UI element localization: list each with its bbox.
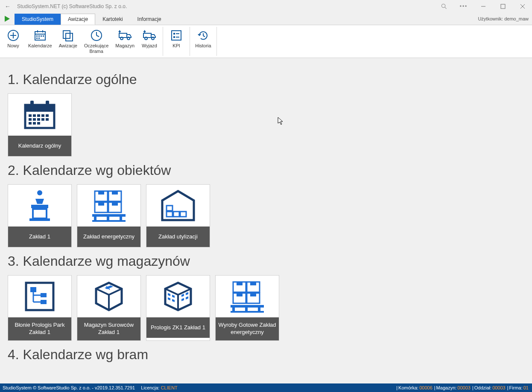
svg-rect-78 xyxy=(41,293,47,297)
search-icon[interactable] xyxy=(438,0,450,12)
svg-rect-79 xyxy=(41,300,47,304)
warehouse-icon xyxy=(146,185,210,226)
section-title: 3. Kalendarze wg magazynów xyxy=(8,253,524,269)
tile-label: Zakład utylizacji xyxy=(146,226,210,247)
window-title: StudioSystem.NET (c) SoftwareStudio Sp. … xyxy=(17,3,438,9)
user-info: Użytkownik: demo_maw xyxy=(478,16,529,21)
svg-rect-31 xyxy=(172,31,181,40)
menu-tab-informacje[interactable]: Informacje xyxy=(130,14,169,25)
svg-rect-28 xyxy=(143,33,151,38)
svg-rect-58 xyxy=(29,218,50,221)
pallet-icon xyxy=(77,185,140,226)
svg-rect-14 xyxy=(36,35,38,37)
statusbar: StudioSystem © SoftwareStudio Sp. z o.o.… xyxy=(0,383,532,392)
svg-rect-16 xyxy=(41,35,42,37)
svg-rect-56 xyxy=(31,205,48,208)
podium-icon xyxy=(8,185,71,226)
svg-rect-32 xyxy=(173,33,175,35)
svg-marker-6 xyxy=(5,16,10,22)
ribbon-btn-awizacje[interactable]: Awizacje xyxy=(56,27,81,56)
svg-rect-105 xyxy=(258,308,260,311)
tile[interactable]: Zakład energetyczny xyxy=(77,184,141,247)
maximize-button[interactable] xyxy=(497,0,509,12)
box3d-icon xyxy=(77,276,140,317)
status-cell-label: Magazyn: xyxy=(436,385,457,390)
ribbon-btn-kalendarze[interactable]: Kalendarze xyxy=(25,27,56,56)
ribbon-btn-wyjazd[interactable]: Wyjazd xyxy=(138,27,161,56)
svg-rect-25 xyxy=(119,33,127,38)
ribbon-label: KPI xyxy=(172,43,180,49)
ribbon-label: Magazyn xyxy=(115,43,134,49)
svg-rect-97 xyxy=(250,282,256,285)
svg-rect-96 xyxy=(237,282,243,285)
svg-rect-50 xyxy=(41,118,44,121)
tile[interactable]: Zakład utylizacji xyxy=(146,184,210,247)
main-content: 1. Kalendarze ogólneKalendarz ogólny2. K… xyxy=(0,58,532,383)
svg-rect-89 xyxy=(172,299,175,302)
ribbon-label: Wyjazd xyxy=(142,43,157,49)
ribbon-label: Historia xyxy=(195,43,211,49)
svg-rect-40 xyxy=(30,101,34,107)
svg-point-55 xyxy=(37,190,42,195)
svg-rect-39 xyxy=(25,105,54,112)
ribbon-label: Nowy xyxy=(7,43,19,49)
kpi-icon xyxy=(170,29,183,42)
tile[interactable]: Błonie Prologis Park Zakład 1 xyxy=(8,275,72,341)
back-button[interactable]: ← xyxy=(3,3,12,10)
tile[interactable]: Zakład 1 xyxy=(8,184,72,247)
status-cell-label: Oddział: xyxy=(474,385,491,390)
ribbon-btn-historia[interactable]: Historia xyxy=(192,27,215,56)
svg-rect-65 xyxy=(98,202,104,206)
ribbon-btn-kpi[interactable]: KPI xyxy=(165,27,188,56)
svg-line-24 xyxy=(96,35,99,37)
menu-tab-kartoteki[interactable]: Kartoteki xyxy=(95,14,130,25)
ribbon-btn-magazyn[interactable]: Magazyn xyxy=(112,27,138,56)
menu-tab-awizacje[interactable]: Awizacje xyxy=(61,14,95,25)
svg-rect-15 xyxy=(38,35,40,37)
tile[interactable]: Prologis ZK1 Zakład 1 xyxy=(146,275,210,341)
svg-rect-48 xyxy=(33,118,36,121)
svg-rect-106 xyxy=(231,311,264,313)
svg-rect-103 xyxy=(232,308,235,311)
svg-point-30 xyxy=(152,37,154,40)
tile-label: Błonie Prologis Park Zakład 1 xyxy=(8,317,71,340)
svg-point-27 xyxy=(127,37,130,40)
svg-rect-45 xyxy=(41,114,44,117)
svg-rect-44 xyxy=(37,114,40,117)
more-icon[interactable]: ••• xyxy=(458,0,470,12)
tile-label: Prologis ZK1 Zakład 1 xyxy=(146,317,210,338)
svg-rect-91 xyxy=(186,292,188,295)
tile-label: Zakład energetyczny xyxy=(77,226,140,247)
svg-point-29 xyxy=(145,37,147,40)
svg-rect-72 xyxy=(167,206,172,211)
svg-rect-61 xyxy=(98,191,104,195)
ribbon: Nowy Kalendarze Awizacje Oczekujące Bram… xyxy=(0,25,532,58)
ribbon-label: Kalendarze xyxy=(28,43,52,49)
ribbon-btn-nowy[interactable]: Nowy xyxy=(2,27,25,56)
menubar: StudioSystem Awizacje Kartoteki Informac… xyxy=(0,13,532,25)
status-cell-value: 01 xyxy=(523,385,529,390)
titlebar: ← StudioSystem.NET (c) SoftwareStudio Sp… xyxy=(0,0,532,13)
svg-rect-20 xyxy=(63,31,70,38)
section-title: 4. Kalendarze wg bram xyxy=(8,347,524,363)
ribbon-btn-oczekujace[interactable]: Oczekujące Brama xyxy=(81,27,112,56)
section-title: 1. Kalendarze ogólne xyxy=(8,72,524,87)
tile[interactable]: Magazyn Surowców Zakład 1 xyxy=(77,275,141,341)
tile[interactable]: Wyroby Gotowe Zakład energetyczny xyxy=(215,275,279,341)
menu-tab-studiosystem[interactable]: StudioSystem xyxy=(15,14,61,25)
svg-rect-69 xyxy=(107,217,109,220)
svg-line-1 xyxy=(445,7,447,9)
run-button[interactable] xyxy=(3,14,12,23)
svg-rect-90 xyxy=(181,294,184,297)
minimize-button[interactable] xyxy=(477,0,489,12)
tile[interactable]: Kalendarz ogólny xyxy=(8,93,72,157)
tile-label: Magazyn Surowców Zakład 1 xyxy=(77,317,140,340)
svg-point-26 xyxy=(120,37,123,40)
status-cell-value: 00003 xyxy=(492,385,506,390)
svg-rect-77 xyxy=(30,287,36,292)
ribbon-group-kpi: KPI xyxy=(163,27,190,56)
calendar-big-icon xyxy=(8,94,71,136)
close-button[interactable] xyxy=(517,0,529,12)
svg-rect-52 xyxy=(29,122,32,125)
tile-label: Kalendarz ogólny xyxy=(8,136,71,156)
